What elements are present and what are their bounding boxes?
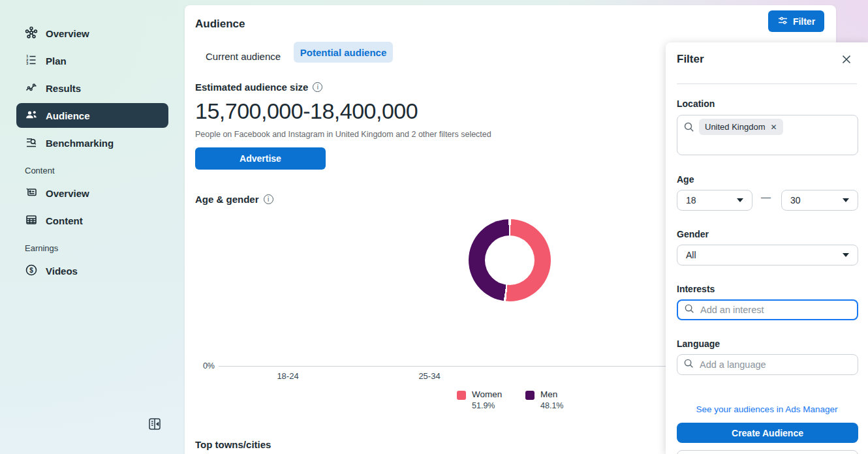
filter-button-label: Filter xyxy=(793,16,815,27)
men-swatch xyxy=(525,391,535,400)
age-gender-heading: Age & gender i xyxy=(195,194,273,205)
sidebar-item-label: Overview xyxy=(46,28,89,39)
info-icon[interactable]: i xyxy=(264,194,273,204)
close-icon[interactable] xyxy=(841,53,852,65)
table-grid-icon xyxy=(25,213,38,228)
sliders-icon xyxy=(777,15,788,28)
x-axis-tick-25-34: 25-34 xyxy=(403,371,456,381)
estimated-size-heading: Estimated audience size i xyxy=(195,82,322,93)
sidebar-item-content-overview[interactable]: Overview xyxy=(0,179,185,207)
language-search-field xyxy=(677,354,858,375)
numbered-list-icon: 1 2 3 xyxy=(25,53,38,68)
svg-text:$: $ xyxy=(29,266,33,273)
sidebar-section-earnings: Earnings xyxy=(0,234,185,257)
age-min-dropdown[interactable]: 18 xyxy=(677,190,752,211)
search-icon xyxy=(684,303,695,317)
collapse-sidebar-icon[interactable] xyxy=(147,417,162,431)
sidebar-item-label: Benchmarking xyxy=(46,138,114,149)
legend-label: Women xyxy=(472,389,502,399)
tab-potential-audience[interactable]: Potential audience xyxy=(294,42,393,63)
filter-panel-title: Filter xyxy=(677,53,704,66)
estimated-size-description: People on Facebook and Instagram in Unit… xyxy=(195,130,491,139)
search-icon xyxy=(683,358,694,372)
sidebar-item-content[interactable]: Content xyxy=(0,207,185,234)
interests-search-field xyxy=(677,299,858,320)
sidebar-item-audience[interactable]: Audience xyxy=(16,103,168,128)
location-tag-united-kingdom[interactable]: United Kingdom ✕ xyxy=(699,119,783,135)
chevron-down-icon xyxy=(843,198,849,202)
top-towns-heading: Top towns/cities xyxy=(195,439,271,450)
svg-text:3: 3 xyxy=(26,61,28,65)
chevron-down-icon xyxy=(737,198,743,202)
app-screen: Overview 1 2 3 Plan Results xyxy=(0,0,868,454)
legend-label: Men xyxy=(540,389,563,399)
gender-dropdown[interactable]: All xyxy=(677,245,858,265)
sidebar-item-videos[interactable]: $ Videos xyxy=(0,257,185,284)
legend-item-women: Women 51.9% xyxy=(457,389,502,410)
gender-label: Gender xyxy=(677,229,709,239)
donut-hole xyxy=(485,235,535,285)
remove-tag-icon[interactable]: ✕ xyxy=(771,123,777,132)
divider xyxy=(677,83,857,84)
search-icon xyxy=(683,121,695,136)
create-audience-button[interactable]: Create Audience xyxy=(677,423,858,443)
age-range-separator: — xyxy=(761,191,771,202)
sidebar-item-results[interactable]: Results xyxy=(0,74,185,102)
legend-item-men: Men 48.1% xyxy=(525,389,563,410)
sidebar-item-label: Results xyxy=(46,83,81,94)
sidebar-item-label: Content xyxy=(46,215,83,226)
interests-label: Interests xyxy=(677,284,715,294)
page-title: Audience xyxy=(195,18,245,31)
location-input[interactable]: United Kingdom ✕ xyxy=(677,115,858,155)
ads-manager-link[interactable]: See your audiences in Ads Manager xyxy=(666,404,868,414)
sidebar-item-plan[interactable]: 1 2 3 Plan xyxy=(0,47,185,74)
language-label: Language xyxy=(677,339,720,349)
x-axis-tick-18-24: 18-24 xyxy=(262,371,314,381)
interests-input[interactable] xyxy=(700,305,851,315)
secondary-button-cutoff[interactable] xyxy=(677,450,858,454)
advertise-button[interactable]: Advertise xyxy=(195,147,326,170)
post-card-icon xyxy=(25,186,38,201)
women-swatch xyxy=(457,391,466,400)
gender-donut-chart xyxy=(469,219,551,301)
tab-current-audience[interactable]: Current audience xyxy=(206,46,281,67)
sidebar-item-label: Plan xyxy=(46,55,67,67)
sidebar-item-benchmarking[interactable]: Benchmarking xyxy=(0,129,185,157)
dollar-circle-icon: $ xyxy=(25,264,38,279)
line-chart-icon xyxy=(25,81,38,96)
benchmark-search-icon xyxy=(25,136,38,151)
age-max-dropdown[interactable]: 30 xyxy=(781,190,858,211)
age-label: Age xyxy=(677,174,694,185)
sidebar: Overview 1 2 3 Plan Results xyxy=(0,0,185,454)
legend-value: 48.1% xyxy=(540,401,563,410)
y-axis-tick: 0% xyxy=(195,361,215,371)
info-icon[interactable]: i xyxy=(313,82,322,92)
sidebar-section-content: Content xyxy=(0,157,185,179)
estimated-size-value: 15,700,000-18,400,000 xyxy=(195,98,418,124)
sidebar-item-label: Videos xyxy=(46,265,78,277)
sidebar-item-label: Audience xyxy=(46,110,90,121)
location-label: Location xyxy=(677,98,715,109)
sidebar-item-label: Overview xyxy=(46,188,89,199)
sidebar-item-overview[interactable]: Overview xyxy=(0,20,185,47)
legend-value: 51.9% xyxy=(472,401,502,410)
filter-panel: Filter Location United Kingdom ✕ Age 18 … xyxy=(666,42,868,454)
chevron-down-icon xyxy=(843,253,849,257)
people-icon xyxy=(25,108,38,123)
language-input[interactable] xyxy=(700,359,852,370)
network-icon xyxy=(25,26,38,41)
filter-button[interactable]: Filter xyxy=(768,10,824,32)
